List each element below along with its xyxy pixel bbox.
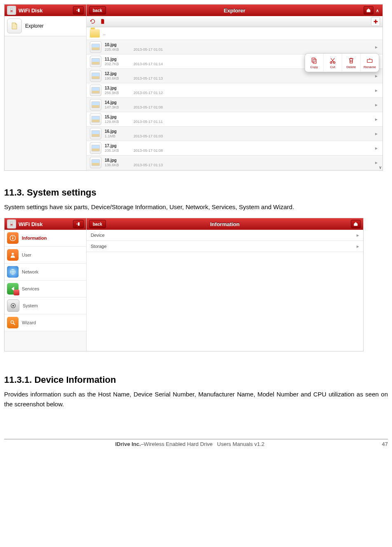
chevron-down-icon[interactable]: ∨ (379, 165, 382, 170)
file-meta: 202.7KB2013-05-17 01:14 (105, 62, 163, 66)
svg-point-11 (12, 236, 13, 237)
file-name: 18.jpg (105, 158, 163, 163)
refresh-icon[interactable] (89, 18, 96, 25)
sidebar-item-information[interactable]: Information (5, 230, 86, 247)
chevron-right-icon: ▸ (375, 102, 378, 108)
sidebar-item-wizard[interactable]: Wizard (5, 314, 86, 331)
file-meta: 225.4KB2013-05-17 01:01 (105, 47, 163, 52)
chevron-right-icon: ▸ (375, 116, 378, 122)
image-thumb-icon (90, 128, 101, 139)
file-size: 235.1KB (105, 149, 125, 153)
file-size: 225.4KB (105, 47, 125, 52)
wizard-icon (7, 317, 19, 328)
toolbar: ✚ (87, 16, 383, 27)
file-meta: 129.8KB2013-05-17 01:11 (105, 120, 163, 124)
info-icon (7, 232, 19, 244)
services-icon (7, 283, 19, 295)
svg-rect-6 (367, 59, 372, 63)
info-row-device[interactable]: Device ▸ (87, 230, 363, 241)
file-date: 2013-05-17 01:13 (134, 76, 163, 81)
sidebar-item-network[interactable]: Network (5, 264, 86, 281)
chevron-right-icon: ▸ (375, 73, 378, 79)
image-thumb-icon (90, 41, 101, 53)
explorer-icon (7, 19, 22, 33)
footer-sub1: –Wireless Enabled Hard Drive (141, 441, 213, 447)
file-text: 17.jpg235.1KB2013-05-17 01:08 (105, 144, 163, 153)
file-row[interactable]: 15.jpg129.8KB2013-05-17 01:11▸ (87, 112, 383, 127)
screenshot-explorer: WiFi Disk Explorer back Explorer ∧ (4, 4, 383, 171)
info-row-label: Device (91, 233, 105, 238)
chevron-up-icon[interactable]: ∧ (376, 8, 381, 13)
sidebar-item-label: Services (22, 286, 39, 291)
home-button[interactable] (351, 220, 361, 228)
main-header: back Explorer ∧ (87, 5, 383, 16)
file-text: 14.jpg147.3KB2013-05-17 01:08 (105, 100, 163, 110)
svg-line-17 (13, 323, 15, 325)
rename-button[interactable]: Rename (361, 54, 379, 72)
file-row[interactable]: 17.jpg235.1KB2013-05-17 01:08▸ (87, 141, 383, 156)
page-number: 47 (376, 441, 388, 447)
file-date: 2013-05-17 01:08 (134, 149, 163, 153)
file-row[interactable]: 13.jpg256.9KB2013-05-17 01:12▸ (87, 83, 383, 98)
sidebar-item-services[interactable]: Services (5, 281, 86, 297)
file-meta: 147.3KB2013-05-17 01:08 (105, 105, 163, 110)
sidebar-item-explorer[interactable]: Explorer (5, 16, 86, 36)
add-button[interactable]: ✚ (371, 17, 380, 26)
file-row[interactable]: 10.jpg225.4KB2013-05-17 01:01▸ (87, 40, 383, 54)
file-row[interactable]: 14.jpg147.3KB2013-05-17 01:08▸ (87, 98, 383, 112)
image-thumb-icon (90, 99, 101, 111)
file-date: 2013-05-17 01:11 (134, 120, 163, 124)
app-logo-icon (7, 6, 16, 15)
sidebar-item-label: Network (22, 269, 38, 274)
file-text: 12.jpg190.6KB2013-05-17 01:13 (105, 71, 163, 81)
copy-button[interactable]: Copy (305, 54, 324, 72)
storage-icon[interactable] (99, 18, 106, 25)
main-header-info: back Information (87, 218, 363, 230)
file-date: 2013-05-17 01:13 (134, 163, 163, 167)
context-toolbar: Copy Cut Delete Rename (305, 53, 379, 72)
sidebar-header: WiFi Disk (5, 5, 86, 16)
sidebar-title: WiFi Disk (19, 221, 42, 227)
file-name: 17.jpg (105, 144, 163, 149)
back-button[interactable]: back (89, 6, 106, 14)
home-button[interactable] (364, 6, 373, 14)
file-size: 147.3KB (105, 105, 125, 110)
chevron-right-icon: ▸ (375, 44, 378, 50)
sidebar-item-user[interactable]: User (5, 247, 86, 264)
back-button[interactable]: back (89, 220, 106, 228)
sidebar: WiFi Disk Explorer (5, 5, 87, 170)
sidebar-item-label: Wizard (22, 320, 36, 325)
exit-button[interactable] (73, 6, 84, 14)
info-row-storage[interactable]: Storage ▸ (87, 241, 363, 252)
svg-rect-1 (11, 10, 13, 12)
file-name: 15.jpg (105, 115, 163, 120)
file-name: 12.jpg (105, 71, 163, 76)
file-row[interactable]: 18.jpg136.6KB2013-05-17 01:13▸ (87, 156, 383, 170)
main-panel: back Explorer ∧ ✚ .. 10.jpg225.4KB2013-0… (87, 5, 383, 170)
sidebar-item-system[interactable]: System (5, 297, 86, 314)
file-size: 1.1MB (105, 134, 125, 139)
file-text: 15.jpg129.8KB2013-05-17 01:11 (105, 115, 163, 124)
delete-button[interactable]: Delete (342, 54, 361, 72)
file-meta: 136.6KB2013-05-17 01:13 (105, 163, 163, 167)
file-row[interactable]: 16.jpg1.1MB2013-05-17 01:03▸ (87, 127, 383, 141)
svg-point-16 (11, 321, 14, 323)
user-icon (7, 249, 19, 261)
footer-company: IDrive Inc. (115, 441, 141, 447)
chevron-right-icon: ▸ (375, 131, 378, 137)
page-footer: IDrive Inc.–Wireless Enabled Hard Drive … (4, 439, 388, 447)
chevron-right-icon: ▸ (375, 145, 378, 151)
up-folder-row[interactable]: .. (87, 27, 383, 40)
file-size: 136.6KB (105, 163, 125, 167)
cut-button[interactable]: Cut (324, 54, 342, 72)
file-name: 16.jpg (105, 129, 163, 134)
file-date: 2013-05-17 01:12 (134, 91, 163, 95)
main-panel-info: back Information Device ▸ Storage ▸ (87, 218, 363, 351)
chevron-right-icon: ▸ (357, 243, 359, 249)
footer-center-text: IDrive Inc.–Wireless Enabled Hard Drive … (4, 441, 376, 447)
image-thumb-icon (90, 113, 101, 125)
file-meta: 235.1KB2013-05-17 01:08 (105, 149, 163, 153)
svg-rect-8 (11, 224, 13, 226)
image-thumb-icon (90, 70, 101, 82)
exit-button[interactable] (73, 220, 84, 228)
